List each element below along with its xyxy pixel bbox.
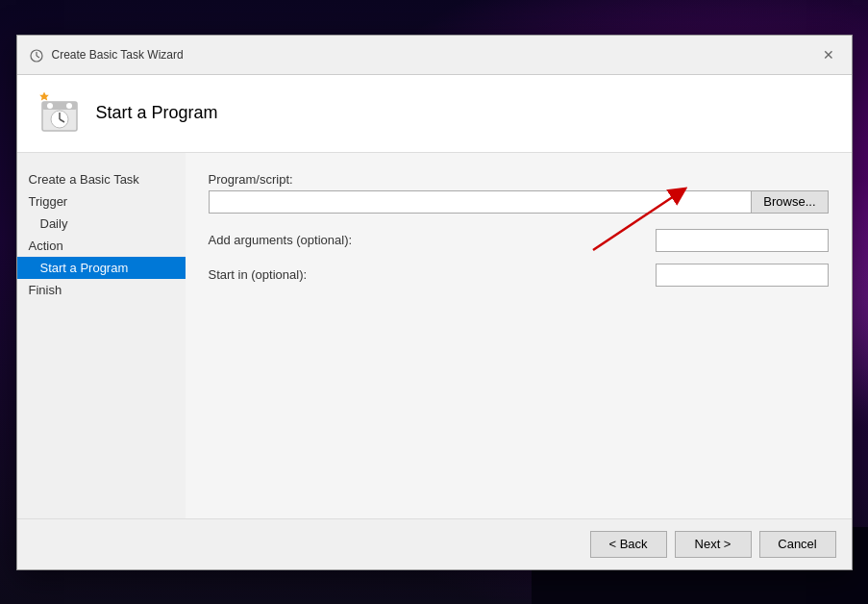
svg-point-6 bbox=[66, 103, 72, 109]
program-script-label: Program/script: bbox=[209, 172, 829, 187]
main-form: Program/script: Browse... bbox=[186, 153, 852, 518]
cancel-button[interactable]: Cancel bbox=[759, 531, 836, 558]
add-arguments-label: Add arguments (optional): bbox=[209, 233, 656, 247]
program-script-input[interactable] bbox=[209, 190, 753, 214]
title-bar-text: Create Basic Task Wizard bbox=[52, 48, 184, 62]
dialog-content: Create a Basic Task Trigger Daily Action… bbox=[17, 153, 852, 518]
svg-marker-10 bbox=[39, 91, 49, 100]
sidebar-item-create-basic-task[interactable]: Create a Basic Task bbox=[17, 168, 186, 190]
next-button[interactable]: Next > bbox=[675, 531, 752, 558]
back-button[interactable]: < Back bbox=[590, 531, 667, 558]
start-in-input[interactable] bbox=[656, 264, 829, 287]
start-in-row: Start in (optional): bbox=[209, 264, 829, 287]
add-arguments-row: Add arguments (optional): bbox=[209, 229, 829, 252]
sidebar: Create a Basic Task Trigger Daily Action… bbox=[17, 153, 186, 518]
dialog-header: Start a Program bbox=[17, 75, 852, 153]
sidebar-item-start-a-program[interactable]: Start a Program bbox=[17, 257, 186, 279]
browse-button[interactable]: Browse... bbox=[752, 190, 828, 214]
header-icon bbox=[37, 90, 83, 137]
dialog-footer: < Back Next > Cancel bbox=[17, 518, 852, 569]
add-arguments-input[interactable] bbox=[656, 229, 829, 252]
svg-line-2 bbox=[37, 56, 39, 58]
close-button[interactable]: ✕ bbox=[817, 43, 840, 66]
input-browse-row: Browse... bbox=[209, 190, 829, 214]
sidebar-item-trigger[interactable]: Trigger bbox=[17, 190, 186, 213]
title-bar: Create Basic Task Wizard ✕ bbox=[17, 36, 852, 75]
sidebar-item-daily[interactable]: Daily bbox=[17, 213, 186, 235]
header-title: Start a Program bbox=[96, 103, 218, 123]
wizard-icon bbox=[29, 47, 44, 63]
sidebar-item-action[interactable]: Action bbox=[17, 235, 186, 257]
start-in-label: Start in (optional): bbox=[209, 267, 656, 282]
title-bar-left: Create Basic Task Wizard bbox=[29, 47, 184, 63]
sidebar-item-finish[interactable]: Finish bbox=[17, 279, 186, 301]
program-script-section: Program/script: Browse... bbox=[209, 172, 829, 214]
svg-point-5 bbox=[47, 103, 53, 109]
main-dialog: Create Basic Task Wizard ✕ Start a Progr… bbox=[16, 35, 853, 570]
